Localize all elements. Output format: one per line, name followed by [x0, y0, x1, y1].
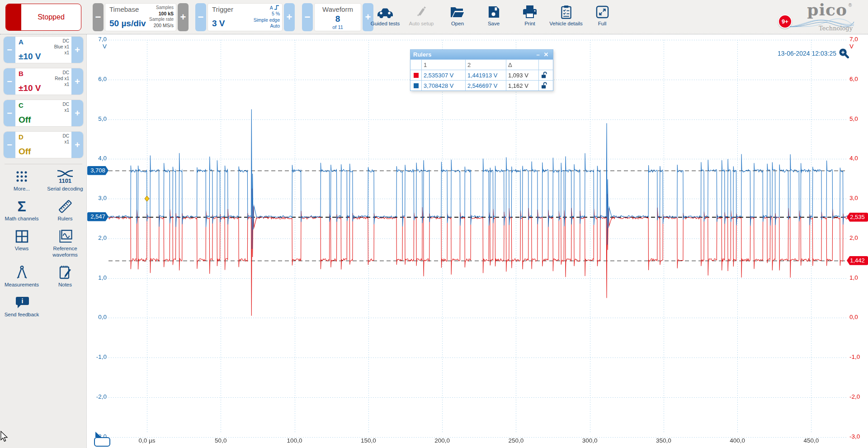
start-stop-button[interactable]: Stopped	[5, 4, 81, 31]
x-axis-tick: 200,0	[426, 437, 458, 444]
y-axis-tick-left: 1,0	[87, 274, 107, 281]
ruler-tag-channel-a[interactable]: 2,547	[87, 212, 108, 221]
scope-view: 7,0V7,0V6,06,05,05,04,04,03,03,02,02,01,…	[87, 34, 868, 448]
measurements-button[interactable]: Measurements	[0, 264, 43, 288]
toolbar-button-label: Vehicle details	[549, 21, 583, 26]
channel-c-decrease-button[interactable]: −	[4, 100, 15, 126]
ruler-tag-channel-b[interactable]: 2,535	[847, 213, 868, 222]
ruler-lock-button[interactable]	[538, 81, 551, 91]
channel-b-card[interactable]: − B DCRed x1x1 ±10 V +	[4, 68, 83, 95]
trigger-group: − Trigger 3 V A 5 % Simple edge Auto +	[195, 3, 295, 31]
x-axis-tick: 350,0	[648, 437, 679, 444]
channel-d-card[interactable]: − D DCx1 Off +	[4, 132, 83, 158]
ruler-tag-channel-b[interactable]: 1,442	[847, 256, 868, 265]
channel-d-decrease-button[interactable]: −	[4, 132, 15, 158]
full-button[interactable]: Full	[586, 3, 618, 32]
svg-text:i: i	[21, 297, 23, 305]
rulers-popup[interactable]: Rulers – ✕ 12Δ 2,535307 V 1,441913 V 1,0…	[410, 49, 553, 91]
send-feedback-button[interactable]: i Send feedback	[0, 294, 43, 318]
ruler-value-2: 2,546697 V	[465, 81, 506, 91]
auto-setup-button[interactable]: Auto setup	[405, 3, 438, 32]
print-icon	[523, 5, 537, 19]
logo-brand-text: pico	[807, 0, 847, 19]
rulers-table: 12Δ 2,535307 V 1,441913 V 1,093 V 3,7084…	[410, 59, 553, 91]
y-axis-tick-right: -3,0	[849, 433, 868, 440]
x-axis-tick: 100,0	[279, 437, 311, 444]
x-axis-tick: 0,0 µs	[131, 437, 163, 444]
timebase-title: Timebase	[109, 5, 139, 13]
channel-a-card[interactable]: − A DCBlue x1x1 ±10 V +	[4, 37, 83, 63]
close-icon[interactable]: ✕	[542, 51, 550, 58]
channel-b-increase-button[interactable]: +	[71, 68, 83, 95]
notification-badge[interactable]: 9+	[778, 14, 792, 29]
waveform-previous-button[interactable]: −	[302, 3, 313, 31]
x-axis-tick: 250,0	[500, 437, 532, 444]
timebase-card[interactable]: Timebase 50 µs/div Samples 100 kS Sample…	[105, 3, 176, 31]
channel-b-settings[interactable]: B DCRed x1x1 ±10 V	[15, 68, 71, 95]
y-axis-tick-right: 2,0	[849, 234, 868, 242]
scrollbar-thumb[interactable]	[94, 437, 110, 447]
rulers-column-header: 1	[421, 60, 465, 70]
notes-button[interactable]: Notes	[43, 264, 87, 288]
channel-c-settings[interactable]: C DCx1 Off	[15, 100, 71, 126]
save-icon	[487, 5, 500, 19]
serial-decoding-button[interactable]: 1101 Serial decoding	[43, 168, 87, 192]
trigger-submode: Auto	[254, 23, 280, 29]
save-button[interactable]: Save	[477, 3, 510, 32]
channel-c-increase-button[interactable]: +	[71, 100, 83, 126]
math-channels-button[interactable]: Σ Math channels	[0, 198, 43, 222]
open-button[interactable]: Open	[441, 3, 474, 32]
svg-text:1101: 1101	[59, 177, 71, 184]
channel-info: DCRed x1x1	[55, 70, 69, 87]
waveform-plot[interactable]	[87, 34, 868, 448]
waveform-of-total: of 11	[314, 24, 361, 30]
sidebar-tools: More...1101 Serial decodingΣ Math channe…	[0, 168, 87, 318]
channel-info: DCx1	[63, 101, 69, 113]
ruler-value-1: 3,708428 V	[421, 81, 465, 91]
rising-edge-icon	[274, 5, 280, 10]
guided-tests-button[interactable]: Guided tests	[369, 3, 401, 32]
samples-value: 100 kS	[149, 11, 174, 17]
y-axis-tick-right: 0,0	[849, 314, 868, 321]
ruler-lock-button[interactable]	[538, 70, 551, 80]
more-dots-icon	[14, 168, 29, 185]
trigger-decrease-button[interactable]: −	[195, 3, 206, 31]
minimize-icon[interactable]: –	[534, 51, 542, 58]
channel-a-increase-button[interactable]: +	[71, 37, 83, 63]
y-axis-tick-left: -2,0	[87, 393, 107, 400]
vehicle-details-button[interactable]: Vehicle details	[550, 3, 582, 32]
views-button[interactable]: Views	[0, 228, 43, 257]
print-button[interactable]: Print	[514, 3, 546, 32]
channel-a-decrease-button[interactable]: −	[4, 37, 15, 63]
reference-waveforms-button[interactable]: Reference waveforms	[43, 228, 87, 257]
timebase-increase-button[interactable]: +	[178, 3, 189, 31]
rulers-button[interactable]: Rulers	[43, 198, 87, 222]
y-axis-tick-right: 6,0	[849, 76, 868, 83]
channel-a-settings[interactable]: A DCBlue x1x1 ±10 V	[15, 37, 71, 63]
y-axis-tick-right: 4,0	[849, 155, 868, 162]
channel-letter: C	[19, 101, 24, 109]
y-axis-tick-left: 4,0	[87, 155, 107, 162]
channel-d-increase-button[interactable]: +	[71, 132, 83, 158]
channel-letter: D	[19, 133, 24, 141]
waveform-title: Waveform	[322, 5, 353, 13]
sidebar-tool-label: Measurements	[5, 282, 39, 288]
ruler-tag-channel-a[interactable]: 3,708	[87, 166, 108, 175]
ruler-color-swatch	[410, 70, 421, 80]
trigger-increase-button[interactable]: +	[284, 3, 295, 31]
trigger-mode: Simple edge	[254, 17, 280, 23]
rulers-popup-titlebar[interactable]: Rulers – ✕	[410, 50, 553, 59]
channel-letter: A	[19, 38, 24, 46]
ruler-icon	[57, 198, 73, 214]
timebase-decrease-button[interactable]: −	[93, 3, 104, 31]
channel-c-card[interactable]: − C DCx1 Off +	[4, 100, 83, 126]
zoom-to-trigger-icon[interactable]	[839, 48, 849, 58]
more--button[interactable]: More...	[0, 168, 43, 192]
channel-range: Off	[19, 147, 31, 157]
channel-d-settings[interactable]: D DCx1 Off	[15, 132, 71, 158]
trigger-card[interactable]: Trigger 3 V A 5 % Simple edge Auto	[208, 3, 283, 31]
y-axis-tick-right: 5,0	[849, 115, 868, 123]
waveform-card[interactable]: Waveform 8 of 11	[314, 3, 361, 31]
ruler-delta: 1,162 V	[506, 81, 538, 91]
channel-b-decrease-button[interactable]: −	[4, 68, 15, 95]
